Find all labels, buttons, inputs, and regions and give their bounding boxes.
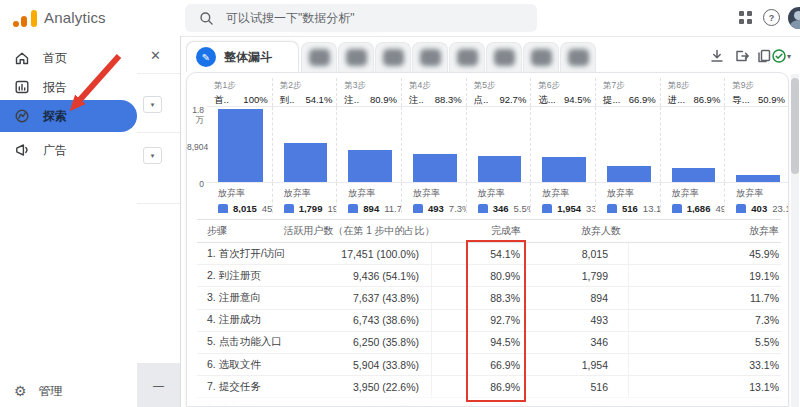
copy-icon[interactable] [756, 48, 772, 64]
funnel-bar[interactable] [542, 157, 586, 182]
funnel-step-headers: 第1步首..100% 第2步到..54.1% 第3步注..80.9% 第4步注.… [207, 78, 789, 106]
chevron-down-icon[interactable]: ▾ [787, 52, 791, 61]
download-icon[interactable] [709, 48, 725, 64]
legend-swatch [542, 204, 552, 214]
funnel-bar-chart [207, 106, 789, 183]
tab-blurred[interactable] [560, 42, 596, 72]
avatar[interactable] [788, 7, 800, 29]
help-icon[interactable]: ? [763, 9, 780, 26]
abandon-count: 1,799 [299, 203, 323, 213]
abandon-rate: 49.1% [715, 203, 724, 213]
funnel-bar[interactable] [413, 154, 457, 182]
funnel-bar[interactable] [284, 143, 328, 182]
abandon-cell: 放弃率4937.3% [401, 183, 466, 213]
analytics-logo-icon[interactable] [13, 9, 37, 27]
tab-blurred[interactable] [301, 42, 337, 72]
y-axis-tick: 0 [187, 179, 204, 189]
cell-abandon-count: 346 [524, 332, 628, 353]
sidebar-item-admin[interactable]: ⚙ 管理 [0, 377, 137, 405]
tab-blurred[interactable] [338, 42, 374, 72]
step-number: 第5步 [474, 80, 527, 92]
step-rate: 94.5% [564, 94, 591, 105]
funnel-step-header: 第7步提...66.9% [595, 78, 660, 106]
step-name: 导... [732, 94, 749, 106]
google-apps-grid-icon[interactable] [739, 11, 752, 24]
ads-icon [14, 142, 30, 158]
step-name: 提... [603, 94, 620, 106]
funnel-bar[interactable] [478, 156, 522, 182]
step-number: 第1步 [214, 80, 268, 92]
sidebar-item-label: 管理 [39, 383, 63, 400]
column-header: 步骤 [207, 220, 227, 242]
step-name: 注.. [344, 94, 359, 106]
column-header: 完成率 [491, 220, 521, 242]
tab-overall-funnel[interactable]: ✎ 整体漏斗 [186, 41, 299, 72]
funnel-bar[interactable] [736, 175, 780, 182]
cell-abandon-rate: 33.1% [628, 354, 781, 375]
reports-icon [14, 79, 30, 95]
step-rate: 92.7% [499, 94, 526, 105]
status-ok-icon[interactable] [771, 48, 787, 64]
abandon-rate: 13.1% [643, 203, 660, 213]
tab-blurred[interactable] [449, 42, 485, 72]
search-input[interactable] [224, 10, 508, 26]
tab-blurred[interactable] [523, 42, 559, 72]
funnel-bar[interactable] [607, 166, 651, 182]
export-icon[interactable] [734, 48, 750, 64]
abandon-count: 516 [622, 203, 638, 213]
abandon-cell: 放弃率51613.1% [595, 183, 660, 213]
step-rate: 86.9% [693, 94, 720, 105]
abandon-cell: 放弃率40323.1% [724, 183, 789, 213]
minimize-dash-icon: — [153, 379, 164, 391]
funnel-bar[interactable] [218, 109, 263, 182]
y-axis-tick: 8,904 [187, 142, 204, 152]
cell-users: 6,743 (38.6%) [307, 310, 431, 331]
step-rate: 66.9% [629, 94, 656, 105]
abandon-rate: 33.1% [586, 203, 595, 213]
variables-panel-collapsed: ✕ ▾ ▾ — [137, 36, 181, 407]
cell-step: 3. 注册意向 [197, 287, 307, 308]
logo-bar-tall [31, 10, 37, 27]
tab-blurred[interactable] [486, 42, 522, 72]
legend-swatch [218, 204, 228, 214]
cell-abandon-rate: 5.5% [628, 332, 781, 353]
top-app-bar: Analytics ? [0, 0, 800, 37]
abandon-rate: 19.1% [327, 203, 336, 213]
panel-dropdown-toggle[interactable]: ▾ [143, 147, 162, 164]
minimized-panel-tab[interactable]: — [137, 363, 180, 407]
cell-step: 1. 首次打开/访问 [197, 243, 307, 264]
abandon-count: 1,686 [687, 203, 711, 213]
search-icon [199, 11, 214, 26]
close-icon[interactable]: ✕ [150, 48, 161, 63]
step-number: 第3步 [344, 80, 397, 92]
cell-step: 6. 选取文件 [197, 354, 307, 375]
abandon-rate: 5.5% [514, 203, 531, 213]
cell-users: 9,436 (54.1%) [307, 265, 431, 286]
divider [137, 73, 180, 74]
sidebar-item-home[interactable]: 首页 [0, 44, 137, 72]
step-name: 到.. [280, 94, 295, 106]
abandon-count: 1,954 [557, 203, 581, 213]
abandon-cell: 放弃率1,95433.1% [530, 183, 595, 213]
tab-blurred[interactable] [375, 42, 411, 72]
abandon-label: 放弃率 [736, 187, 787, 200]
logo-bar-mid [21, 16, 27, 27]
column-header: 活跃用户数（在第 1 步中的占比） [283, 220, 434, 242]
sidebar-item-explore[interactable]: 探索 [0, 100, 137, 132]
divider [137, 203, 180, 204]
funnel-bar[interactable] [348, 150, 392, 182]
cell-abandon-rate: 7.3% [628, 310, 781, 331]
funnel-bar[interactable] [672, 168, 716, 182]
sidebar-item-ads[interactable]: 广告 [0, 136, 137, 164]
scrollbar-thumb[interactable] [791, 78, 799, 174]
cell-abandon-rate: 45.9% [628, 243, 781, 264]
abandon-label: 放弃率 [672, 187, 723, 200]
step-rate: 50.9% [758, 94, 785, 105]
step-name: 选... [538, 94, 555, 106]
search-bar[interactable] [185, 4, 537, 32]
tab-blurred[interactable] [412, 42, 448, 72]
panel-dropdown-toggle[interactable]: ▾ [143, 96, 162, 113]
scrollbar[interactable] [791, 74, 799, 407]
abandon-cell: 放弃率1,79919.1% [272, 183, 337, 213]
sidebar-item-reports[interactable]: 报告 [0, 73, 137, 101]
